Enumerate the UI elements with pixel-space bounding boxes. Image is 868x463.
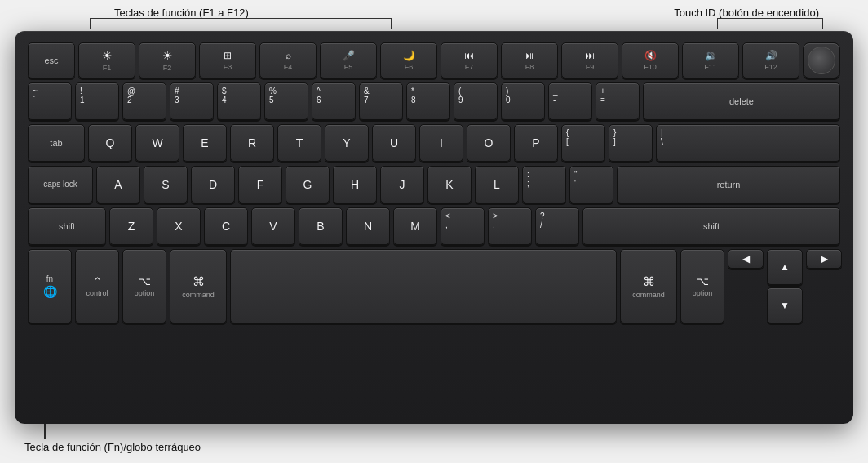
bottom-key-row: fn 🌐 ⌃ control ⌥ option [28, 249, 840, 323]
key-n[interactable]: N [346, 207, 390, 245]
key-fn-globe[interactable]: fn 🌐 [28, 249, 72, 323]
key-backtick[interactable]: ~` [28, 82, 72, 120]
key-z[interactable]: Z [109, 207, 153, 245]
key-f12[interactable]: 🔊F12 [742, 42, 799, 78]
key-f8[interactable]: ⏯F8 [501, 42, 558, 78]
key-i[interactable]: I [419, 124, 463, 162]
key-h[interactable]: H [333, 166, 377, 203]
key-touchid[interactable] [803, 42, 840, 78]
key-slash[interactable]: ?/ [535, 207, 579, 245]
key-b[interactable]: B [299, 207, 343, 245]
key-command-left[interactable]: ⌘ command [170, 249, 227, 323]
key-r[interactable]: R [230, 124, 274, 162]
key-7[interactable]: &7 [359, 82, 403, 120]
key-tab[interactable]: tab [28, 124, 85, 162]
key-f[interactable]: F [238, 166, 282, 203]
key-v[interactable]: V [251, 207, 295, 245]
key-f6[interactable]: 🌙F6 [380, 42, 437, 78]
key-o[interactable]: O [467, 124, 511, 162]
key-4[interactable]: $4 [217, 82, 261, 120]
key-s[interactable]: S [144, 166, 188, 203]
key-w[interactable]: W [135, 124, 179, 162]
key-c[interactable]: C [204, 207, 248, 245]
key-g[interactable]: G [286, 166, 330, 203]
key-space[interactable] [230, 249, 617, 323]
key-option-right[interactable]: ⌥ option [680, 249, 724, 323]
arrow-top-row: ◀ ▲ ▼ ▶ [728, 249, 840, 323]
key-f1[interactable]: ☀F1 [78, 42, 135, 78]
key-j[interactable]: J [380, 166, 424, 203]
key-backslash[interactable]: |\ [656, 124, 840, 162]
key-return[interactable]: return [617, 166, 840, 203]
key-f5[interactable]: 🎤F5 [320, 42, 377, 78]
key-esc[interactable]: esc [28, 42, 75, 78]
key-x[interactable]: X [157, 207, 201, 245]
key-d[interactable]: D [191, 166, 235, 203]
key-arrow-right[interactable]: ▶ [806, 249, 842, 269]
key-y[interactable]: Y [325, 124, 369, 162]
fn-key-row: esc ☀F1 ☀F2 ⊞F3 ⌕F4 🎤F5 🌙F6 ⏮F7 [28, 42, 840, 78]
key-f2[interactable]: ☀F2 [139, 42, 196, 78]
key-option-left[interactable]: ⌥ option [122, 249, 166, 323]
key-f9[interactable]: ⏭F9 [561, 42, 618, 78]
key-f10[interactable]: 🔇F10 [622, 42, 679, 78]
key-2[interactable]: @2 [122, 82, 166, 120]
key-f7[interactable]: ⏮F7 [441, 42, 498, 78]
touchid-label: Touch ID (botón de encendido) [674, 7, 819, 19]
key-quote[interactable]: "' [569, 166, 613, 203]
key-command-right[interactable]: ⌘ command [620, 249, 677, 323]
key-l[interactable]: L [475, 166, 519, 203]
key-k[interactable]: K [427, 166, 472, 203]
key-p[interactable]: P [514, 124, 558, 162]
key-shift-right[interactable]: shift [582, 207, 840, 245]
key-equals[interactable]: += [596, 82, 640, 120]
touchid-bracket [717, 18, 823, 29]
key-semicolon[interactable]: :; [522, 166, 566, 203]
key-arrow-left[interactable]: ◀ [728, 249, 764, 269]
key-capslock[interactable]: caps lock [28, 166, 93, 203]
key-9[interactable]: (9 [454, 82, 498, 120]
key-a[interactable]: A [96, 166, 140, 203]
key-control[interactable]: ⌃ control [75, 249, 119, 323]
fn-bracket [90, 18, 392, 29]
key-0[interactable]: )0 [501, 82, 545, 120]
key-f4[interactable]: ⌕F4 [259, 42, 317, 78]
key-t[interactable]: T [277, 124, 321, 162]
key-6[interactable]: ^6 [312, 82, 356, 120]
key-f11[interactable]: 🔉F11 [682, 42, 739, 78]
asdf-key-row: caps lock A S D F G H J K L :; "' return [28, 166, 840, 203]
key-e[interactable]: E [183, 124, 227, 162]
key-comma[interactable]: <, [441, 207, 485, 245]
key-delete[interactable]: delete [643, 82, 840, 120]
key-arrow-down[interactable]: ▼ [767, 287, 803, 323]
arrow-up-down-col: ▲ ▼ [767, 249, 803, 323]
key-m[interactable]: M [393, 207, 437, 245]
key-3[interactable]: #3 [170, 82, 214, 120]
key-bracket-l[interactable]: {[ [561, 124, 605, 162]
key-q[interactable]: Q [88, 124, 132, 162]
key-1[interactable]: !1 [75, 82, 119, 120]
key-8[interactable]: *8 [406, 82, 450, 120]
key-shift-left[interactable]: shift [28, 207, 106, 245]
key-arrow-up[interactable]: ▲ [767, 249, 803, 285]
key-f3[interactable]: ⊞F3 [199, 42, 256, 78]
key-5[interactable]: %5 [264, 82, 308, 120]
key-bracket-r[interactable]: }] [609, 124, 653, 162]
key-period[interactable]: >. [488, 207, 532, 245]
keyboard: esc ☀F1 ☀F2 ⊞F3 ⌕F4 🎤F5 🌙F6 ⏮F7 [15, 31, 853, 424]
fn-globe-label: Tecla de función (Fn)/globo terráqueo [24, 441, 201, 453]
arrow-cluster: ◀ ▲ ▼ ▶ [728, 249, 840, 323]
num-key-row: ~` !1 @2 #3 $4 %5 ^6 &7 [28, 82, 840, 120]
qwerty-key-row: tab Q W E R T Y U I O P {[ }] |\ [28, 124, 840, 162]
key-minus[interactable]: _- [548, 82, 592, 120]
zxcv-key-row: shift Z X C V B N M <, >. ?/ shift [28, 207, 840, 245]
fn-keys-label: Teclas de función (F1 a F12) [114, 7, 249, 19]
key-u[interactable]: U [372, 124, 416, 162]
